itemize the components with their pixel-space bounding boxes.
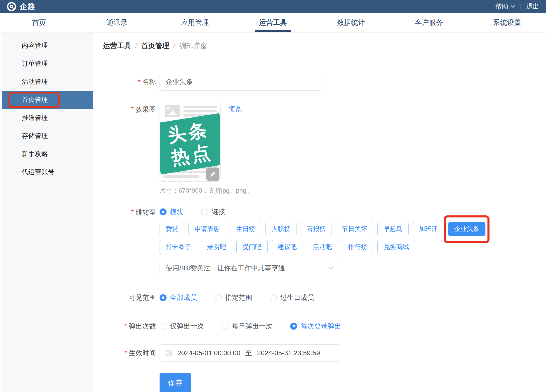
module-button-birthday-list[interactable]: 生日榜 — [230, 222, 261, 236]
radio-selected-icon — [160, 294, 167, 301]
main-nav: 首页 通讯录 应用管理 运营工具 数据统计 客户服务 系统设置 — [0, 13, 546, 32]
radio-specified-range[interactable]: 指定范围 — [215, 293, 252, 302]
size-hint: 尺寸：670*900，支持jpg、png。 — [160, 186, 253, 195]
sidebar-item-label: 内容管理 — [22, 41, 48, 50]
module-label: 喜报榜 — [307, 225, 326, 233]
radio-module[interactable]: 模块 — [160, 207, 183, 216]
breadcrumb-item-homepage-management[interactable]: 首页管理 — [141, 41, 169, 51]
clock-icon — [165, 349, 172, 357]
nav-item-system-settings[interactable]: 系统设置 — [468, 13, 546, 32]
module-button-enterprise-headline[interactable]: 企业头条 — [448, 222, 485, 236]
nav-item-app-management[interactable]: 应用管理 — [156, 13, 234, 32]
required-asterisk: * — [138, 78, 141, 86]
nav-item-contacts[interactable]: 通讯录 — [78, 13, 156, 32]
breadcrumb-item-operation-tools[interactable]: 运营工具 — [103, 41, 131, 51]
module-label: 企业头条 — [454, 225, 479, 233]
sidebar-item-storage-management[interactable]: 存储管理 — [2, 127, 93, 145]
breadcrumb: 运营工具 / 首页管理 / 编辑弹窗 — [94, 33, 546, 51]
module-button-ranking-list[interactable]: 排行榜 — [342, 240, 373, 254]
content-select-value: 使用SBI赞美法，让你在工作中凡事亨通 — [166, 264, 328, 273]
radio-birthday-members-label: 过生日成员 — [280, 293, 314, 302]
module-label: 生日榜 — [236, 225, 255, 233]
preview-link[interactable]: 预览 — [228, 105, 242, 182]
nav-item-home[interactable]: 首页 — [0, 13, 78, 32]
module-button-overtime-dog[interactable]: 加班汪 — [413, 222, 444, 236]
sidebar-item-order-management[interactable]: 订单管理 — [2, 55, 93, 73]
module-button-activity-bar[interactable]: 活动吧 — [307, 240, 338, 254]
module-button-holiday-care[interactable]: 节日关怀 — [336, 222, 373, 236]
radio-specified-range-label: 指定范围 — [225, 293, 252, 302]
sidebar-item-label: 存储管理 — [22, 131, 48, 140]
sidebar-item-label: 代运营账号 — [22, 168, 54, 177]
help-menu[interactable]: 帮助 — [495, 2, 515, 11]
module-button-good-news-list[interactable]: 喜报榜 — [301, 222, 332, 236]
radio-all-members[interactable]: 全部成员 — [160, 293, 197, 302]
radio-unselected-icon — [160, 323, 167, 330]
chevron-down-icon — [328, 266, 334, 270]
nav-label: 运营工具 — [259, 18, 287, 27]
module-button-onboarding-list[interactable]: 入职榜 — [265, 222, 297, 236]
module-button-exchange-mall[interactable]: 兑换商城 — [377, 240, 415, 254]
sidebar-item-label: 首页管理 — [22, 95, 48, 104]
module-button-early-bird[interactable]: 早起鸟 — [377, 222, 409, 236]
page: 企趣 帮助 | 退出 首页 通讯录 应用管理 运营工具 数据统计 客户服务 系统… — [0, 0, 546, 392]
sidebar-item-activity-management[interactable]: 活动管理 — [2, 73, 93, 91]
name-input[interactable] — [160, 73, 322, 91]
module-button-praise[interactable]: 赞赏 — [160, 222, 184, 236]
radio-popup-daily[interactable]: 每日弹出一次 — [221, 322, 273, 331]
nav-label: 通讯录 — [106, 18, 127, 27]
effect-image-preview[interactable]: 头条 热点 — [160, 101, 221, 182]
content-select[interactable]: 使用SBI赞美法，让你在工作中凡事亨通 — [160, 260, 340, 276]
content-area: 运营工具 / 首页管理 / 编辑弹窗 * 名称 * 效果图 — [94, 33, 546, 392]
logout-button[interactable]: 退出 — [526, 2, 539, 11]
sidebar-item-homepage-management[interactable]: 首页管理 — [2, 91, 93, 109]
edit-image-button[interactable] — [206, 168, 220, 181]
module-button-suggestion-bar[interactable]: 建议吧 — [272, 240, 303, 254]
radio-unselected-icon — [201, 209, 208, 215]
visible-range-label: 可见范围 — [94, 293, 160, 302]
nav-item-customer-service[interactable]: 客户服务 — [390, 13, 468, 32]
sidebar-item-agent-operation-account[interactable]: 代运营账号 — [2, 163, 93, 181]
effective-time-label-text: 生效时间 — [129, 348, 156, 358]
sidebar-item-content-management[interactable]: 内容管理 — [2, 37, 93, 55]
date-range-picker[interactable]: 2024-05-01 00:00:00 至 2024-05-31 23:59:5… — [160, 344, 340, 361]
required-asterisk: * — [124, 322, 127, 330]
sidebar: 内容管理 订单管理 活动管理 首页管理 推送管理 存储管理 新手攻略 代运营账号 — [2, 33, 93, 392]
popup-count-options: 仅弹出一次 每日弹出一次 每次登录弹出 — [160, 321, 359, 331]
save-button[interactable]: 保存 — [160, 373, 191, 392]
nav-item-operation-tools[interactable]: 运营工具 — [234, 13, 312, 32]
radio-popup-every-login[interactable]: 每次登录弹出 — [290, 322, 341, 331]
nav-label: 数据统计 — [337, 18, 365, 27]
nav-label: 系统设置 — [493, 18, 521, 27]
nav-item-data-statistics[interactable]: 数据统计 — [312, 13, 390, 32]
radio-birthday-members[interactable]: 过生日成员 — [270, 293, 314, 302]
breadcrumb-divider — [94, 58, 546, 58]
module-label: 兑换商城 — [384, 243, 409, 251]
nav-label: 首页 — [32, 18, 46, 27]
pencil-icon — [209, 171, 216, 177]
name-row: * 名称 — [94, 73, 546, 91]
sidebar-item-push-management[interactable]: 推送管理 — [2, 109, 93, 127]
name-label: * 名称 — [94, 73, 160, 91]
module-label: 赞赏 — [166, 225, 178, 233]
required-asterisk: * — [124, 349, 127, 357]
radio-popup-once[interactable]: 仅弹出一次 — [160, 322, 204, 331]
sidebar-item-beginner-guide[interactable]: 新手攻略 — [2, 145, 93, 163]
popup-count-row: * 弹出次数 仅弹出一次 每日弹出一次 每次登录弹出 — [94, 321, 546, 331]
radio-popup-daily-label: 每日弹出一次 — [232, 322, 273, 331]
module-button-apply-commendation[interactable]: 申请表彰 — [188, 222, 226, 236]
radio-unselected-icon — [215, 294, 222, 301]
end-datetime: 2024-05-31 23:59:59 — [257, 349, 320, 357]
module-button-question-bar[interactable]: 提问吧 — [236, 240, 267, 254]
menu-divider: | — [520, 3, 522, 10]
module-button-reward-bar[interactable]: 悬赏吧 — [201, 240, 232, 254]
module-label: 加班汪 — [419, 225, 438, 233]
app-logo-icon — [7, 2, 16, 11]
module-button-checkin-circle[interactable]: 打卡圈子 — [160, 240, 197, 254]
module-label: 节日关怀 — [342, 225, 367, 233]
popup-count-label-text: 弹出次数 — [129, 322, 156, 331]
radio-link[interactable]: 链接 — [201, 207, 225, 216]
module-label: 早起鸟 — [384, 225, 403, 233]
visible-range-label-text: 可见范围 — [129, 293, 156, 302]
module-label: 入职榜 — [271, 225, 290, 233]
